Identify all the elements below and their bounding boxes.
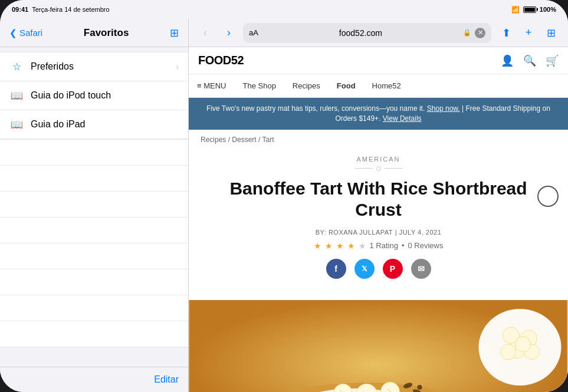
social-share-buttons: f 𝕏 P ✉ [212,259,544,279]
article-image-svg [189,300,568,392]
safari-back-label: Safari [19,28,42,38]
account-icon[interactable]: 👤 [501,54,514,67]
twitter-share-button[interactable]: 𝕏 [354,259,375,279]
sidebar-header: ❮ Safari Favoritos ⊞ [0,19,188,47]
status-bar: 09:41 Terça-feira 14 de setembro 📶 100% [0,0,568,19]
star-4: ★ [347,241,355,251]
menu-item-shop[interactable]: The Shop [234,74,284,97]
sidebar-title: Favoritos [84,27,129,39]
sidebar-footer: Editar [0,367,188,392]
sidebar-empty-area [0,139,188,347]
menu-item-food[interactable]: Food [329,74,364,97]
byline-separator: | [395,229,399,236]
sidebar-item-label: Preferidos [31,61,176,72]
battery-label: 100% [540,6,556,13]
menu-item-recipes[interactable]: Recipes [284,74,329,97]
web-content[interactable]: FOOD52 👤 🔍 🛒 ≡ MENU The Shop Recipes Foo… [189,47,568,392]
promo-banner: Five Two's new pastry mat has tips, rule… [189,98,568,130]
cart-icon[interactable]: 🛒 [546,54,559,67]
author-name: ROXANA JULLAPAT [329,229,393,236]
main-layout: ❮ Safari Favoritos ⊞ ☆ Preferidos › 📖 Gu… [0,19,568,392]
email-share-button[interactable]: ✉ [411,259,431,279]
svg-point-23 [516,337,531,352]
clear-url-button[interactable]: ✕ [475,28,485,38]
promo-text: Five Two's new pastry mat has tips, rule… [206,104,427,113]
address-bar[interactable]: aA food52.com 🔒 ✕ [243,23,491,43]
star-2: ★ [325,241,333,251]
site-menu-bar: ≡ MENU The Shop Recipes Food Home52 [189,74,568,98]
share-button[interactable]: ⬆ [496,23,516,43]
article-divider [212,166,544,171]
status-date: Terça-feira 14 de setembro [32,6,109,13]
back-chevron-icon: ❮ [9,28,17,38]
reviews-text: 0 Reviews [408,241,444,250]
tabs-button[interactable]: ⊞ [541,23,561,43]
grid-icon[interactable]: ⊞ [170,27,179,39]
breadcrumb-text: Recipes / Dessert / Tart [201,136,274,144]
star-1: ★ [314,241,321,251]
menu-item-home52[interactable]: Home52 [364,74,409,97]
sidebar-item-label: Guia do iPad [31,119,179,130]
shop-now-link[interactable]: Shop now. [427,104,460,113]
aa-button[interactable]: aA [249,28,258,37]
star-icon: ☆ [9,60,24,74]
rating-text: 1 Rating [370,241,398,250]
sidebar: ❮ Safari Favoritos ⊞ ☆ Preferidos › 📖 Gu… [0,19,189,392]
svg-point-22 [501,344,516,360]
sidebar-item-preferidos[interactable]: ☆ Preferidos › [0,52,188,81]
sidebar-item-guia-ipad[interactable]: 📖 Guia do iPad [0,110,188,139]
wifi-icon: 📶 [511,6,520,14]
breadcrumb: Recipes / Dessert / Tart [189,130,568,150]
star-5-half: ★ [359,241,366,251]
site-nav-icons: 👤 🔍 🛒 [501,54,559,67]
sidebar-item-guia-ipod[interactable]: 📖 Guia do iPod touch [0,81,188,110]
safari-back-button[interactable]: ❮ Safari [9,28,42,38]
facebook-share-button[interactable]: f [326,259,346,279]
article-image: ✕ [189,300,568,392]
book-icon: 📖 [9,117,24,131]
sidebar-items-list: ☆ Preferidos › 📖 Guia do iPod touch 📖 Gu… [0,47,188,367]
lock-icon: 🔒 [463,29,471,37]
site-logo: FOOD52 [198,54,244,67]
back-button[interactable]: ‹ [196,24,215,42]
browser-pane: ‹ › aA food52.com 🔒 ✕ ⬆ + ⊞ FOOD5 [189,19,568,392]
forward-button[interactable]: › [219,24,238,42]
add-button[interactable]: + [518,23,539,43]
separator: • [402,241,405,250]
status-time: 09:41 [12,6,28,13]
sidebar-item-label: Guia do iPod touch [31,90,179,101]
site-nav: FOOD52 👤 🔍 🛒 [189,47,568,74]
toolbar-actions: ⬆ + ⊞ [496,23,561,43]
view-details-link[interactable]: View Details [383,114,422,123]
star-3: ★ [336,241,344,251]
article-byline: by: ROXANA JULLAPAT | July 4, 2021 [212,228,544,236]
search-icon[interactable]: 🔍 [523,54,536,67]
article-rating: ★ ★ ★ ★ ★ 1 Rating • 0 Reviews [212,241,544,251]
device-frame: 09:41 Terça-feira 14 de setembro 📶 100% … [0,0,568,392]
svg-point-28 [418,385,422,390]
pinterest-share-button[interactable]: P [383,259,403,279]
article-date: July 4, 2021 [399,229,442,236]
region-label: AMERICAN [212,156,544,163]
edit-button[interactable]: Editar [154,374,179,385]
url-display: food52.com [262,28,459,38]
article-header: AMERICAN Banoffee Tart With Rice Shortbr… [189,150,568,300]
chevron-right-icon: › [176,62,179,71]
browser-toolbar: ‹ › aA food52.com 🔒 ✕ ⬆ + ⊞ [189,19,568,47]
byline-prefix: by: [316,229,329,236]
book-icon: 📖 [9,88,24,103]
article-title: Banoffee Tart With Rice Shortbread Crust [212,178,544,220]
home-indicator[interactable] [537,186,559,207]
battery-icon [523,6,536,13]
menu-button[interactable]: ≡ MENU [189,74,234,97]
